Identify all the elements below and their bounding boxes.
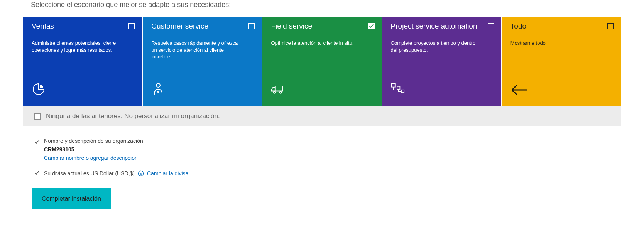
- tile-title: Field service: [271, 22, 374, 31]
- currency-icon: $: [138, 170, 144, 176]
- arrow-left-icon: [510, 84, 527, 98]
- checkbox-field[interactable]: [368, 23, 375, 29]
- checkbox-none[interactable]: [34, 113, 41, 120]
- tile-desc: Optimice la atención al cliente in situ.: [271, 40, 363, 47]
- currency-info-row: Su divisa actual es US Dollar (USD,$) $ …: [23, 170, 621, 177]
- tile-sales[interactable]: Ventas Administre clientes potenciales, …: [23, 17, 142, 106]
- person-heart-icon: [151, 82, 165, 98]
- tile-desc: Administre clientes potenciales, cierre …: [32, 40, 124, 53]
- svg-text:$: $: [140, 172, 142, 175]
- currency-label: Su divisa actual es US Dollar (USD,$): [44, 170, 135, 176]
- none-option-label: Ninguna de las anteriores. No personaliz…: [46, 112, 220, 120]
- checkbox-all[interactable]: [607, 23, 614, 29]
- svg-point-5: [274, 91, 276, 93]
- tile-title: Todo: [510, 22, 614, 31]
- svg-point-6: [280, 91, 282, 93]
- tile-desc: Complete proyectos a tiempo y dentro del…: [391, 40, 483, 53]
- org-name: CRM293105: [44, 146, 145, 153]
- org-edit-link[interactable]: Cambiar nombre o agregar descripción: [44, 155, 145, 161]
- tile-desc: Resuelva casos rápidamente y ofrezca un …: [151, 40, 244, 60]
- divider: [10, 235, 634, 235]
- intro-text: Seleccione el escenario que mejor se ada…: [23, 1, 621, 9]
- checkbox-sales[interactable]: [128, 23, 135, 29]
- checkbox-project[interactable]: [488, 23, 494, 29]
- svg-rect-7: [391, 84, 395, 87]
- scenario-tiles: Ventas Administre clientes potenciales, …: [23, 17, 621, 106]
- org-label: Nombre y descripción de su organización:: [44, 138, 145, 144]
- check-icon: [34, 139, 40, 146]
- check-icon: [34, 170, 40, 177]
- tile-project-service[interactable]: Project service automation Complete proy…: [382, 17, 501, 106]
- svg-rect-8: [397, 86, 400, 89]
- tile-all[interactable]: Todo Mostrarme todo: [502, 17, 621, 106]
- currency-edit-link[interactable]: Cambiar la divisa: [147, 170, 188, 176]
- tile-title: Project service automation: [391, 22, 494, 31]
- complete-installation-button[interactable]: Completar instalación: [32, 188, 111, 209]
- none-option-bar: Ninguna de las anteriores. No personaliz…: [23, 106, 621, 126]
- tile-customer-service[interactable]: Customer service Resuelva casos rápidame…: [143, 17, 262, 106]
- org-info-row: Nombre y descripción de su organización:…: [23, 138, 621, 161]
- svg-rect-9: [401, 90, 404, 93]
- hierarchy-icon: [391, 82, 405, 98]
- truck-icon: [271, 82, 285, 98]
- svg-rect-4: [275, 86, 283, 91]
- pie-chart-icon: [32, 82, 46, 98]
- tile-title: Ventas: [32, 22, 135, 31]
- checkbox-customer[interactable]: [248, 23, 255, 29]
- tile-title: Customer service: [151, 22, 255, 31]
- tile-desc: Mostrarme todo: [510, 40, 603, 47]
- svg-point-3: [156, 83, 160, 87]
- tile-field-service[interactable]: Field service Optimice la atención al cl…: [262, 17, 381, 106]
